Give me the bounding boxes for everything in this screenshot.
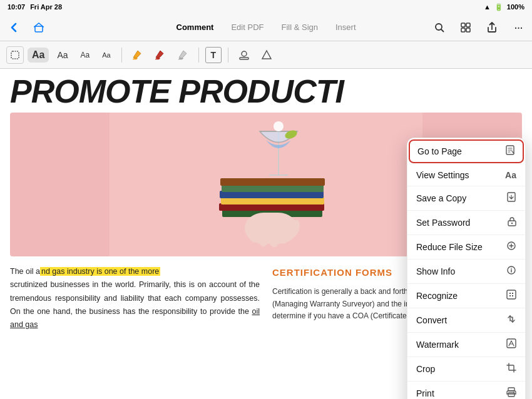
menu-item-crop[interactable]: Crop	[407, 357, 525, 381]
svg-rect-0	[35, 26, 43, 32]
font-small-btn[interactable]: Aa	[98, 49, 115, 61]
pdf-body-left-rest: scrutinized businesses in the world. Pri…	[10, 280, 260, 329]
toolbar-separator-2	[198, 48, 199, 63]
menu-item-save-copy-label: Save a Copy	[416, 193, 466, 203]
menu-item-go-to-page-label: Go to Page	[417, 146, 462, 156]
toolbar: Aa Aa Aa Aa T	[0, 41, 532, 69]
svg-rect-6	[11, 51, 19, 59]
show-info-icon	[506, 265, 516, 278]
tab-insert[interactable]: Insert	[327, 19, 365, 36]
menu-item-recognize-label: Recognize	[416, 291, 458, 301]
pdf-highlighted-text: nd gas industry is one of the more	[40, 267, 160, 276]
recognize-icon	[506, 290, 516, 302]
convert-icon	[506, 314, 516, 326]
svg-point-19	[257, 221, 270, 246]
svg-rect-38	[508, 393, 514, 396]
pencil-tool[interactable]	[173, 46, 192, 64]
svg-point-7	[242, 51, 247, 56]
menu-item-convert-label: Convert	[416, 315, 447, 325]
menu-item-convert[interactable]: Convert	[407, 308, 525, 333]
nav-right: ···	[431, 19, 527, 36]
search-button[interactable]	[431, 19, 448, 36]
view-settings-icon: Aa	[505, 170, 516, 180]
svg-rect-35	[507, 290, 516, 299]
menu-item-show-info-label: Show Info	[416, 266, 455, 276]
svg-point-27	[274, 121, 284, 131]
stamp-tool[interactable]	[235, 46, 253, 64]
status-left: 10:07 Fri Apr 28	[8, 3, 62, 11]
svg-rect-4	[461, 28, 465, 32]
menu-item-go-to-page[interactable]: Go to Page	[409, 139, 524, 163]
svg-point-31	[511, 223, 513, 224]
svg-rect-3	[466, 23, 470, 27]
menu-item-show-info[interactable]: Show Info	[407, 260, 525, 284]
svg-rect-8	[240, 58, 248, 59]
nav-left	[5, 19, 48, 36]
status-bar: 10:07 Fri Apr 28 ▲ 🔋 100%	[0, 0, 532, 14]
nav-tabs: Comment Edit PDF Fill & Sign Insert	[167, 19, 364, 36]
status-time: 10:07	[8, 3, 25, 11]
menu-item-set-password-label: Set Password	[416, 218, 470, 228]
svg-rect-37	[508, 388, 514, 391]
dropdown-menu: Go to Page View Settings Aa Save a Copy …	[407, 138, 526, 399]
save-copy-icon	[506, 192, 516, 205]
go-to-page-icon	[505, 145, 515, 158]
menu-item-print-label: Print	[416, 388, 434, 398]
back-button[interactable]	[5, 19, 23, 36]
share-button[interactable]	[483, 19, 501, 36]
pdf-col-left: The oil and gas industry is one of the m…	[10, 265, 260, 331]
toolbar-separator-1	[121, 48, 122, 63]
svg-point-34	[511, 268, 512, 269]
highlight-tool[interactable]	[128, 46, 147, 64]
menu-item-reduce-file-size-label: Reduce File Size	[416, 242, 483, 252]
toolbar-separator-3	[228, 48, 228, 63]
menu-item-view-settings-label: View Settings	[416, 170, 469, 180]
reduce-file-size-icon	[506, 241, 516, 253]
pen-red-tool[interactable]	[151, 46, 170, 64]
nav-bar: Comment Edit PDF Fill & Sign Insert ···	[0, 14, 532, 41]
menu-item-recognize[interactable]: Recognize	[407, 284, 525, 308]
more-button[interactable]: ···	[509, 19, 527, 36]
menu-item-crop-label: Crop	[416, 364, 435, 374]
svg-point-39	[513, 392, 514, 393]
shape-tool[interactable]	[257, 46, 276, 64]
font-large-btn[interactable]: Aa	[28, 48, 49, 63]
svg-rect-15	[220, 178, 325, 186]
svg-rect-5	[466, 28, 470, 32]
grid-button[interactable]	[457, 19, 474, 36]
battery-icon: 🔋	[494, 3, 503, 11]
menu-item-watermark-label: Watermark	[416, 340, 459, 350]
crop-icon	[506, 363, 516, 375]
tab-fill-sign[interactable]: Fill & Sign	[272, 19, 327, 36]
svg-point-20	[268, 222, 280, 247]
font-small-medium-btn[interactable]: Aa	[76, 49, 95, 61]
menu-item-print[interactable]: Print	[407, 381, 525, 399]
home-button[interactable]	[30, 19, 48, 36]
set-password-icon	[508, 216, 516, 229]
status-date: Fri Apr 28	[30, 3, 62, 11]
font-medium-btn[interactable]: Aa	[53, 48, 72, 62]
status-right: ▲ 🔋 100%	[484, 3, 524, 11]
pdf-body-left-pre: The oil a	[10, 267, 40, 276]
tab-edit-pdf[interactable]: Edit PDF	[222, 19, 272, 36]
menu-item-save-copy[interactable]: Save a Copy	[407, 186, 525, 211]
tab-comment[interactable]: Comment	[167, 19, 222, 36]
pdf-title: PROMOTE PRODUCTI	[10, 75, 522, 108]
menu-item-watermark[interactable]: Watermark	[407, 333, 525, 357]
svg-rect-36	[507, 339, 516, 348]
svg-rect-2	[461, 23, 465, 27]
selection-tool[interactable]	[6, 46, 24, 64]
wifi-icon: ▲	[484, 3, 491, 11]
battery-level: 100%	[507, 3, 524, 11]
text-box-tool[interactable]: T	[205, 47, 222, 63]
print-icon	[506, 387, 516, 399]
watermark-icon	[506, 338, 516, 351]
menu-item-reduce-file-size[interactable]: Reduce File Size	[407, 235, 525, 260]
menu-item-set-password[interactable]: Set Password	[407, 211, 525, 235]
menu-item-view-settings[interactable]: View Settings Aa	[407, 164, 525, 186]
content-area: PROMOTE PRODUCTI	[0, 69, 532, 399]
